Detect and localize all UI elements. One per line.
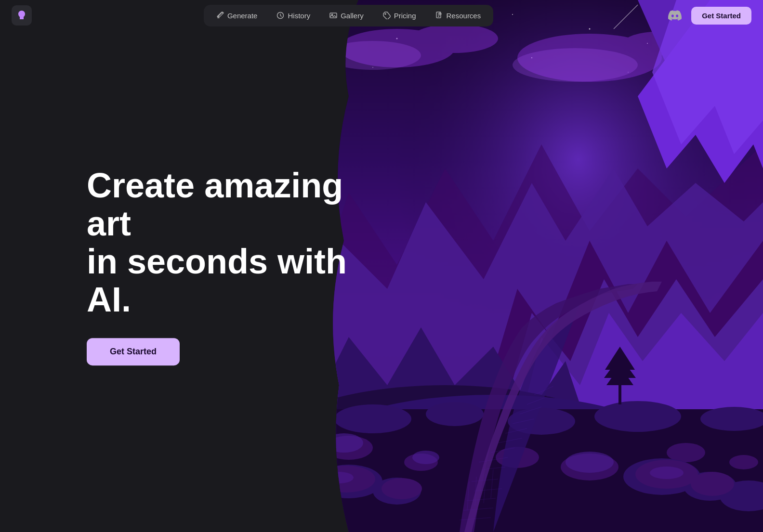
document-icon	[435, 12, 443, 19]
logo-svg	[16, 10, 27, 21]
svg-point-0	[223, 13, 224, 13]
nav-item-history[interactable]: History	[268, 8, 319, 24]
svg-point-90	[325, 472, 354, 483]
clock-icon	[276, 12, 284, 19]
svg-point-87	[382, 478, 422, 499]
svg-point-55	[729, 455, 758, 469]
nav-resources-label: Resources	[447, 12, 481, 20]
image-icon	[329, 12, 337, 19]
svg-point-45	[334, 404, 411, 433]
nav-right: Get Started	[665, 6, 751, 25]
get-started-hero-button[interactable]: Get Started	[87, 338, 180, 365]
hero-content: Create amazing art in seconds with AI. G…	[87, 167, 366, 366]
logo-icon	[12, 5, 32, 26]
hero-art-svg	[301, 0, 763, 532]
navbar: ✦ Generate History Gallery Pricing	[0, 0, 763, 31]
svg-text:✦: ✦	[217, 14, 220, 19]
svg-point-89	[691, 472, 734, 496]
hero-title-line2: in seconds with AI.	[87, 242, 347, 319]
nav-center: ✦ Generate History Gallery Pricing	[204, 5, 493, 26]
svg-point-57	[412, 451, 439, 464]
hero-section: Create amazing art in seconds with AI. G…	[0, 0, 763, 532]
svg-point-56	[325, 433, 363, 453]
hero-title-line1: Create amazing art	[87, 166, 343, 243]
hero-title: Create amazing art in seconds with AI.	[87, 167, 366, 319]
svg-point-91	[650, 467, 684, 479]
get-started-nav-button[interactable]: Get Started	[691, 7, 751, 25]
svg-point-58	[566, 452, 614, 473]
nav-item-pricing[interactable]: Pricing	[374, 8, 425, 24]
svg-point-29	[513, 48, 638, 82]
nav-item-generate[interactable]: ✦ Generate	[208, 8, 266, 24]
svg-point-46	[426, 402, 484, 426]
svg-point-7	[385, 13, 386, 14]
svg-point-48	[594, 401, 681, 432]
discord-button[interactable]	[665, 6, 684, 25]
logo[interactable]	[12, 5, 32, 26]
discord-icon	[668, 9, 682, 22]
wand-icon: ✦	[216, 12, 224, 19]
hero-image-container	[301, 0, 763, 532]
svg-point-28	[325, 41, 421, 70]
nav-history-label: History	[288, 12, 310, 20]
nav-item-resources[interactable]: Resources	[427, 8, 490, 24]
nav-pricing-label: Pricing	[394, 12, 416, 20]
nav-generate-label: Generate	[227, 12, 258, 20]
nav-gallery-label: Gallery	[341, 12, 364, 20]
nav-item-gallery[interactable]: Gallery	[321, 8, 372, 24]
svg-point-1	[222, 12, 223, 13]
tag-icon	[383, 12, 391, 19]
svg-point-2	[223, 12, 224, 13]
